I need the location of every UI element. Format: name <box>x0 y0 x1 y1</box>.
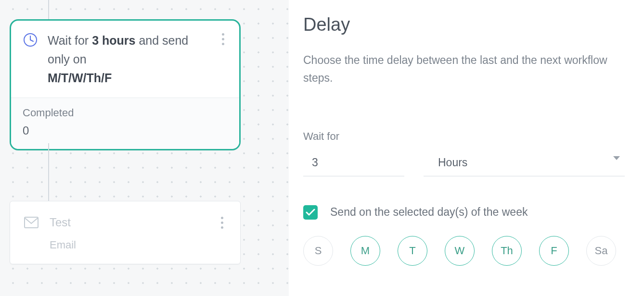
connector-line-mid <box>48 143 49 201</box>
day-monday[interactable]: M <box>350 236 380 266</box>
chevron-down-icon <box>613 156 620 160</box>
day-friday[interactable]: F <box>539 236 569 266</box>
svg-line-2 <box>30 40 33 41</box>
mail-icon <box>23 214 40 231</box>
day-sunday[interactable]: S <box>303 236 333 266</box>
wait-days: M/T/W/Th/F <box>48 71 112 85</box>
wait-amount-input[interactable] <box>303 152 404 176</box>
delay-node-footer: Completed 0 <box>11 98 239 149</box>
email-node-subtitle: Email <box>10 236 240 264</box>
delay-node-text: Wait for 3 hours and send only on M/T/W/… <box>48 31 208 87</box>
day-thursday[interactable]: Th <box>492 236 522 266</box>
email-node[interactable]: Test Email <box>10 201 241 264</box>
panel-description: Choose the time delay between the last a… <box>303 51 625 87</box>
clock-icon <box>22 31 39 49</box>
panel-title: Delay <box>303 14 625 35</box>
wait-value: 3 hours <box>92 34 135 47</box>
wait-unit-select[interactable]: Hours <box>424 152 625 176</box>
workflow-canvas[interactable]: Wait for 3 hours and send only on M/T/W/… <box>0 0 289 296</box>
send-days-checkbox[interactable] <box>303 205 318 220</box>
detail-panel: Delay Choose the time delay between the … <box>289 0 644 296</box>
days-of-week: S M T W Th F Sa <box>303 236 625 266</box>
completed-value: 0 <box>23 124 228 137</box>
connector-line-top <box>48 0 49 19</box>
email-node-title: Test <box>50 216 71 229</box>
wait-prefix: Wait for <box>48 34 92 47</box>
day-saturday[interactable]: Sa <box>586 236 616 266</box>
completed-label: Completed <box>23 107 228 119</box>
email-node-menu-button[interactable] <box>216 215 228 230</box>
delay-node-menu-button[interactable] <box>217 31 229 47</box>
wait-for-label: Wait for <box>303 130 625 143</box>
day-wednesday[interactable]: W <box>445 236 475 266</box>
send-days-label: Send on the selected day(s) of the week <box>330 206 528 219</box>
delay-node[interactable]: Wait for 3 hours and send only on M/T/W/… <box>10 19 241 150</box>
svg-rect-3 <box>25 217 38 228</box>
day-tuesday[interactable]: T <box>398 236 427 266</box>
wait-unit-value: Hours <box>438 156 467 169</box>
